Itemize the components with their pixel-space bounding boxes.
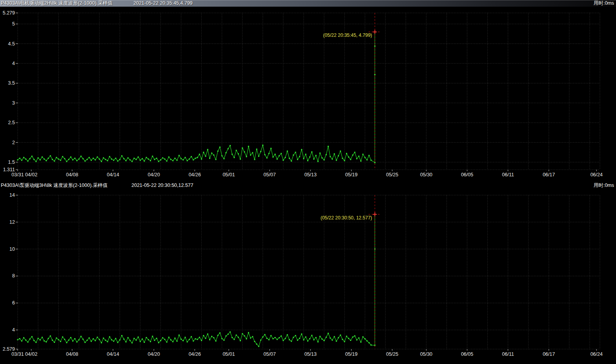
- y-tick-label: 12: [9, 219, 15, 225]
- y-tick-label: 2: [12, 140, 15, 145]
- y-tick-label: 1.311: [3, 167, 15, 172]
- chart-header-1: P4303A\电机驱动端2H\8k 速度波形(2-1000).采样值 2021-…: [0, 0, 616, 7]
- data-point-markers: [17, 31, 375, 163]
- cursor-readout: 2021-05-22 20:35:45,4.799: [133, 0, 193, 7]
- y-tick-label: 4: [12, 327, 15, 333]
- cursor-annotation: (05/22 20:30:50, 12.577): [321, 215, 372, 221]
- x-tick-label: 04/20: [148, 351, 160, 357]
- x-tick-label: 05/30: [420, 172, 432, 177]
- x-tick-label: 05/30: [420, 351, 432, 357]
- trend-plot-1[interactable]: 5.27954.543.532.521.51.31103/3104/0204/0…: [0, 7, 616, 182]
- x-tick-label: 05/07: [264, 172, 276, 177]
- x-tick-label: 06/05: [461, 351, 473, 357]
- y-tick-label: 3.5: [8, 80, 15, 86]
- x-tick-label: 05/13: [304, 172, 317, 177]
- x-tick-label: 06/24: [590, 172, 603, 177]
- x-tick-label: 03/31: [11, 351, 24, 357]
- x-tick-label: 06/24: [590, 351, 603, 357]
- y-tick-label: 14: [9, 192, 15, 198]
- x-tick-label: 04/14: [107, 351, 119, 357]
- x-tick-label: 05/25: [386, 351, 398, 357]
- x-tick-label: 04/26: [189, 172, 201, 177]
- y-tick-label: 6: [12, 300, 15, 306]
- chart-title: P4303A\电机驱动端2H\8k 速度波形(2-1000).采样值: [1, 0, 113, 7]
- x-tick-label: 04/14: [107, 172, 119, 177]
- y-tick-label: 4: [12, 61, 15, 66]
- y-tick-label: 2.5: [8, 120, 15, 125]
- y-tick-label: 1.5: [8, 159, 15, 165]
- data-trace: [18, 32, 375, 163]
- elapsed-time-label: 用时:0ms: [594, 0, 614, 7]
- trend-panel-motor-drive-end: P4303A\电机驱动端2H\8k 速度波形(2-1000).采样值 2021-…: [0, 0, 616, 182]
- x-tick-label: 06/11: [502, 172, 514, 177]
- chart-header-2: P4303A\泵驱动端3H\8k 速度波形(2-1000).采样值 2021-0…: [0, 182, 616, 189]
- x-tick-label: 05/19: [345, 351, 357, 357]
- x-tick-label: 04/02: [25, 351, 37, 357]
- x-tick-label: 06/05: [461, 172, 473, 177]
- y-tick-label: 10: [9, 246, 15, 252]
- x-tick-label: 04/02: [25, 172, 37, 177]
- cursor-annotation: (05/22 20:35:45, 4.799): [323, 33, 372, 38]
- y-tick-label: 5: [12, 21, 15, 27]
- elapsed-time-label: 用时:0ms: [594, 182, 614, 189]
- x-tick-label: 03/31: [11, 172, 24, 177]
- cursor-cross-marker: [373, 212, 377, 216]
- x-tick-label: 05/01: [222, 351, 235, 357]
- x-tick-label: 05/01: [222, 172, 235, 177]
- y-tick-label: 2.579: [3, 346, 15, 352]
- x-tick-label: 05/25: [386, 172, 398, 177]
- x-tick-label: 04/08: [66, 172, 78, 177]
- x-tick-label: 06/17: [543, 351, 555, 357]
- y-tick-label: 4.5: [8, 41, 15, 47]
- x-tick-label: 04/26: [189, 351, 201, 357]
- data-point-markers: [17, 214, 375, 347]
- x-tick-label: 05/19: [345, 172, 357, 177]
- cursor-cross-marker: [373, 30, 377, 34]
- x-tick-label: 04/08: [66, 351, 78, 357]
- y-tick-label: 8: [12, 273, 15, 279]
- data-trace: [18, 214, 375, 346]
- trend-panel-pump-drive-end: P4303A\泵驱动端3H\8k 速度波形(2-1000).采样值 2021-0…: [0, 182, 616, 364]
- y-tick-label: 3: [12, 100, 15, 106]
- trend-plot-2[interactable]: 1412108642.57903/3104/0204/0804/1404/200…: [0, 189, 616, 364]
- x-tick-label: 05/07: [264, 351, 276, 357]
- cursor-readout: 2021-05-22 20:30:50,12.577: [131, 182, 193, 189]
- x-tick-label: 04/20: [148, 172, 160, 177]
- x-tick-label: 06/11: [502, 351, 514, 357]
- y-tick-label: 5.279: [3, 10, 15, 16]
- chart-title: P4303A\泵驱动端3H\8k 速度波形(2-1000).采样值: [1, 182, 108, 189]
- x-tick-label: 05/13: [304, 351, 317, 357]
- x-tick-label: 06/17: [543, 172, 555, 177]
